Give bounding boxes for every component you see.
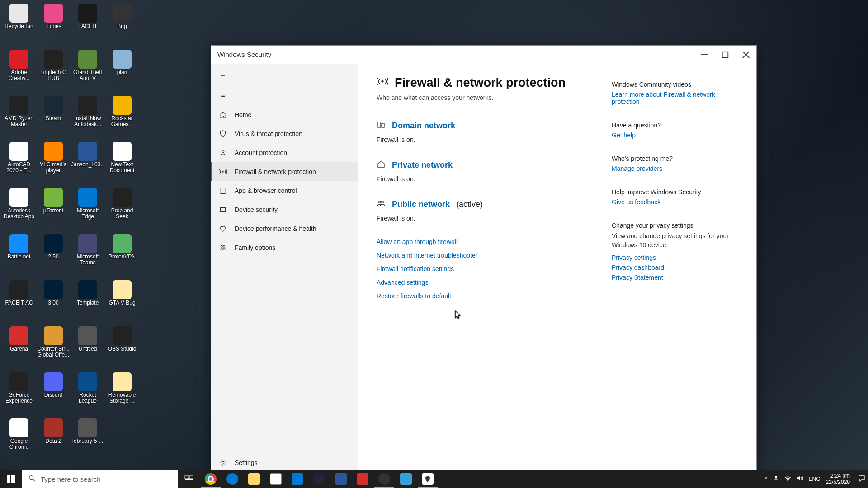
tray-chevron-icon[interactable]: ^ <box>765 476 768 482</box>
desktop-icon[interactable]: ProtonVPN <box>105 232 139 278</box>
desktop-icon[interactable]: New Text Document <box>105 140 139 186</box>
antenna-icon <box>377 75 388 90</box>
tray-volume-icon[interactable] <box>797 475 803 483</box>
desktop-icon[interactable]: OBS Studio <box>105 324 139 371</box>
nav-firewall[interactable]: Firewall & network protection <box>211 162 358 181</box>
desktop-icon[interactable]: Removable Storage ... <box>105 371 139 417</box>
desktop-icon[interactable]: Janson_L03... <box>71 140 105 186</box>
desktop-icon[interactable]: Counter-Str... Global Offe... <box>36 324 71 371</box>
desktop-icon[interactable]: Recycle Bin <box>2 2 36 48</box>
svg-rect-0 <box>722 52 728 57</box>
titlebar[interactable]: Windows Security <box>211 46 756 64</box>
taskbar-chrome[interactable] <box>200 470 222 488</box>
nav-account[interactable]: Account protection <box>211 143 358 162</box>
taskbar-security[interactable] <box>417 470 439 488</box>
desktop-icon[interactable]: 2.50 <box>36 232 71 278</box>
taskbar-photos[interactable] <box>395 470 417 488</box>
desktop-icon[interactable]: Adobe Creativ... <box>2 48 36 94</box>
action-link[interactable]: Allow an app through firewall <box>377 238 612 245</box>
side-link-privacy-settings[interactable]: Privacy settings <box>612 254 744 261</box>
taskbar-edge[interactable] <box>222 470 243 488</box>
taskbar-mail[interactable] <box>287 470 308 488</box>
page-subtitle: Who and what can access your networks. <box>377 94 612 101</box>
network-link[interactable]: Public network <box>392 200 450 209</box>
desktop-icon[interactable]: VLC media player <box>36 140 71 186</box>
taskbar-steam[interactable] <box>308 470 330 488</box>
desktop-icon[interactable]: Garena <box>2 324 36 371</box>
tray-notifications-icon[interactable] <box>858 475 865 483</box>
desktop-icon[interactable]: Autodesk Desktop App <box>2 186 36 232</box>
app-icon <box>44 96 63 115</box>
taskbar-store[interactable] <box>265 470 287 488</box>
desktop-icon[interactable]: FACEIT AC <box>2 278 36 324</box>
desktop-icon[interactable]: Battle.net <box>2 232 36 278</box>
desktop-icon[interactable]: Bug <box>105 2 139 48</box>
hamburger-button[interactable]: ≡ <box>211 85 358 105</box>
side-link-get-help[interactable]: Get help <box>612 131 744 139</box>
taskbar-app-red[interactable] <box>352 470 373 488</box>
maximize-button[interactable] <box>715 46 736 64</box>
nav-perf[interactable]: Device performance & health <box>211 219 358 238</box>
desktop-icon[interactable]: GeForce Experience <box>2 371 36 417</box>
desktop-icon[interactable]: 3.00 <box>36 278 71 324</box>
desktop-icon[interactable]: Template <box>71 278 105 324</box>
desktop-icon[interactable]: Discord <box>36 371 71 417</box>
app-icon <box>9 280 28 299</box>
desktop-icon[interactable]: AutoCAD 2020 - E... <box>2 140 36 186</box>
network-link[interactable]: Domain network <box>392 121 455 131</box>
side-link-privacy-dashboard[interactable]: Privacy dashboard <box>612 264 744 271</box>
tray-clock[interactable]: 2:24 pm 22/5/2020 <box>826 473 853 486</box>
system-tray[interactable]: ^ ENG 2:24 pm 22/5/2020 <box>765 470 868 488</box>
side-link-privacy-statement[interactable]: Privacy Statement <box>612 274 744 281</box>
desktop-icon[interactable]: Install Now Autodesk... <box>71 94 105 140</box>
desktop-icon[interactable]: Rocket League <box>71 371 105 417</box>
side-link-feedback[interactable]: Give us feedback <box>612 198 744 206</box>
svg-rect-4 <box>221 208 226 211</box>
task-view-button[interactable] <box>178 470 200 488</box>
desktop-icon[interactable]: Prop and Seek <box>105 186 139 232</box>
nav-device[interactable]: Device security <box>211 200 358 219</box>
side-link-manage-providers[interactable]: Manage providers <box>612 165 744 172</box>
desktop-icon[interactable]: plan <box>105 48 139 94</box>
tray-mic-icon[interactable] <box>773 475 779 483</box>
taskbar-explorer[interactable] <box>243 470 265 488</box>
nav-home[interactable]: Home <box>211 105 358 124</box>
close-button[interactable] <box>736 46 756 64</box>
icon-label: february-5-... <box>72 438 104 444</box>
desktop-icon[interactable]: FACEIT <box>71 2 105 48</box>
desktop-icon[interactable]: Grand Theft Auto V <box>71 48 105 94</box>
desktop-icon[interactable]: Steam <box>36 94 71 140</box>
taskbar-word[interactable] <box>330 470 352 488</box>
network-link[interactable]: Private network <box>392 160 453 170</box>
desktop-icon[interactable]: Dota 2 <box>36 417 71 463</box>
nav-virus[interactable]: Virus & threat protection <box>211 124 358 143</box>
desktop-icon[interactable]: Logitech G HUB <box>36 48 71 94</box>
action-link[interactable]: Network and Internet troubleshooter <box>377 252 612 259</box>
action-link[interactable]: Firewall notification settings <box>377 265 612 272</box>
desktop-icon[interactable]: AMD Ryzen Master <box>2 94 36 140</box>
desktop-icon[interactable]: Rockstar Games... <box>105 94 139 140</box>
minimize-button[interactable] <box>694 46 715 64</box>
back-button[interactable]: ← <box>211 66 358 85</box>
desktop-icon[interactable]: GTA V Bug <box>105 278 139 324</box>
desktop-icon[interactable]: Untitled <box>71 324 105 371</box>
start-button[interactable] <box>0 470 22 488</box>
desktop-icon[interactable]: μTorrent <box>36 186 71 232</box>
taskbar-search[interactable]: Type here to search <box>22 470 178 488</box>
nav-app[interactable]: App & browser control <box>211 181 358 200</box>
nav-settings[interactable]: Settings <box>211 453 358 472</box>
desktop-icon[interactable]: Google Chrome <box>2 417 36 463</box>
tray-network-icon[interactable] <box>784 475 791 483</box>
desktop-icon[interactable]: Microsoft Edge <box>71 186 105 232</box>
side-link-learn-more[interactable]: Learn more about Firewall & network prot… <box>612 91 744 105</box>
action-link[interactable]: Advanced settings <box>377 279 612 286</box>
app-icon <box>113 50 132 69</box>
nav-family[interactable]: Family options <box>211 238 358 257</box>
tray-lang[interactable]: ENG <box>809 476 821 482</box>
desktop-icon[interactable]: Microsoft Teams <box>71 232 105 278</box>
desktop-icon[interactable]: iTunes <box>36 2 71 48</box>
action-link[interactable]: Restore firewalls to default <box>377 292 612 300</box>
app-icon <box>78 418 97 437</box>
taskbar-obs[interactable] <box>373 470 395 488</box>
desktop-icon[interactable]: february-5-... <box>71 417 105 463</box>
